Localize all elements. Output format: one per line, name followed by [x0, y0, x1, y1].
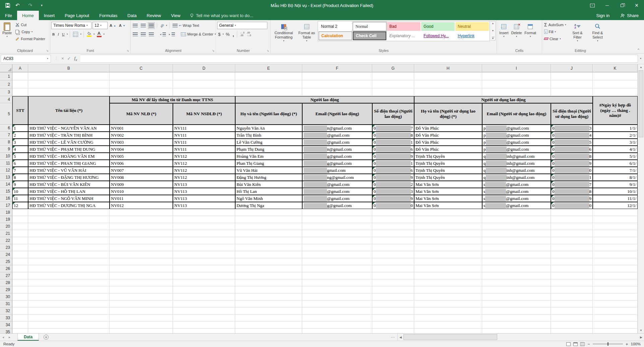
- ribbon-display-options-icon[interactable]: ^: [585, 0, 600, 11]
- row-header-8[interactable]: 8: [0, 139, 12, 146]
- increase-indent-icon[interactable]: ▸: [168, 31, 176, 38]
- cell-D15[interactable]: NV113: [173, 188, 235, 195]
- cell-H7[interactable]: Đỗ Văn Phúc: [414, 132, 482, 139]
- cell-J9[interactable]: 06: [551, 146, 593, 153]
- cell-B11[interactable]: HĐ THỬ VIỆC - PHAN THỊ GIANG: [28, 160, 110, 167]
- cell-H11[interactable]: Trịnh Thị Quyên: [414, 160, 482, 167]
- style-bad[interactable]: Bad: [387, 22, 421, 31]
- cell-B12[interactable]: HĐ THỬ VIỆC - VŨ VĂN HẢI: [28, 167, 110, 174]
- bottom-align-icon[interactable]: [148, 22, 155, 29]
- cell-D13[interactable]: NV112: [173, 174, 235, 181]
- italic-button[interactable]: I: [57, 31, 60, 38]
- restore-button[interactable]: [615, 0, 629, 11]
- tab-view[interactable]: View: [166, 11, 185, 20]
- cell-I9[interactable]: p@gmail.com: [482, 146, 551, 153]
- cell-K16[interactable]: 11/1/: [593, 195, 638, 202]
- cell-K17[interactable]: 12/1/: [593, 202, 638, 209]
- cell-I17[interactable]: s@gmail.com: [482, 202, 551, 209]
- zoom-slider[interactable]: [593, 344, 623, 344]
- cell-K11[interactable]: 6/1/: [593, 160, 638, 167]
- row-header-30[interactable]: 30: [0, 293, 12, 300]
- close-button[interactable]: ×: [629, 0, 644, 11]
- font-size-select[interactable]: 12▾: [92, 22, 108, 29]
- table-header-h[interactable]: Họ và tên (Người sử dụng lao động) (*): [414, 103, 482, 125]
- minimize-button[interactable]: [600, 0, 615, 11]
- cell-K9[interactable]: 4/1/: [593, 146, 638, 153]
- horizontal-scrollbar[interactable]: ◀ ▶: [397, 334, 644, 341]
- cell-H13[interactable]: Trịnh Thị Quyên: [414, 174, 482, 181]
- bold-button[interactable]: B: [51, 31, 56, 38]
- cell-G17[interactable]: 00: [372, 202, 414, 209]
- table-group-header-nguoi-lao-dong[interactable]: Người lao động: [235, 96, 414, 103]
- cell-A8[interactable]: 3: [12, 139, 28, 146]
- sheet-tab-data[interactable]: Data: [17, 334, 39, 341]
- cell-K8[interactable]: 3/1/: [593, 139, 638, 146]
- top-align-icon[interactable]: [132, 22, 139, 29]
- gallery-more-icon[interactable]: ▼: [492, 37, 494, 40]
- wrap-text-button[interactable]: ↩Wrap Text: [172, 22, 200, 29]
- cell-C9[interactable]: NV004: [110, 146, 173, 153]
- row-header-2[interactable]: 2: [0, 80, 12, 88]
- cell-J14[interactable]: 07: [551, 181, 593, 188]
- row-header-21[interactable]: 21: [0, 230, 12, 237]
- cell-B16[interactable]: HĐ THỬ VIỆC - NGÔ VĂN MINH: [28, 195, 110, 202]
- column-header-H[interactable]: H: [414, 64, 482, 72]
- alignment-dialog-launcher-icon[interactable]: ↘: [212, 49, 214, 52]
- cell-E11[interactable]: Phan Thị Giang: [235, 160, 302, 167]
- cell-E17[interactable]: Dương Thị Nga: [235, 202, 302, 209]
- column-header-A[interactable]: A: [12, 64, 28, 72]
- cell-F12[interactable]: gmail.com: [302, 167, 372, 174]
- zoom-level[interactable]: 100%: [631, 342, 641, 346]
- cell-H14[interactable]: Mai Văn Sơn: [414, 181, 482, 188]
- cell-G10[interactable]: 09: [372, 153, 414, 160]
- cell-F8[interactable]: @gmail.com: [302, 139, 372, 146]
- fill-button[interactable]: ↓Fill▾: [543, 28, 567, 35]
- style-check[interactable]: Check Cell: [353, 31, 386, 40]
- cell-D16[interactable]: NV113: [173, 195, 235, 202]
- font-color-icon[interactable]: A: [96, 31, 103, 38]
- cell-F13[interactable]: ng@gmail.com: [302, 174, 372, 181]
- cell-G13[interactable]: 09: [372, 174, 414, 181]
- cell-F10[interactable]: g@gmail.com: [302, 153, 372, 160]
- shrink-font-icon[interactable]: A▼: [118, 22, 126, 29]
- autosum-button[interactable]: ΣAutoSum▾: [543, 21, 567, 28]
- cell-B7[interactable]: HĐ THỬ VIỆC - TRẦN THỊ BÌNH: [28, 132, 110, 139]
- row-header-18[interactable]: 18: [0, 209, 12, 216]
- cell-E7[interactable]: Trần Thị Bình: [235, 132, 302, 139]
- cell-J15[interactable]: 08: [551, 188, 593, 195]
- tab-review[interactable]: Review: [142, 11, 166, 20]
- clipboard-dialog-launcher-icon[interactable]: ↘: [46, 49, 49, 52]
- cell-E13[interactable]: Đặng Thị Hương: [235, 174, 302, 181]
- paste-button[interactable]: Paste▾: [1, 21, 13, 42]
- cell-C6[interactable]: NV001: [110, 125, 173, 132]
- find-select-button[interactable]: Find & Select▾: [588, 21, 607, 43]
- cell-H12[interactable]: Trịnh Thị Quyên: [414, 167, 482, 174]
- row-header-19[interactable]: 19: [0, 216, 12, 223]
- cell-G12[interactable]: 06: [372, 167, 414, 174]
- cell-C14[interactable]: NV009: [110, 181, 173, 188]
- cell-F16[interactable]: @gmail.com: [302, 195, 372, 202]
- format-cells-button[interactable]: Format▾: [523, 21, 537, 38]
- cell-B6[interactable]: HĐ THỬ VIỆC - NGUYỄN VĂN AN: [28, 125, 110, 132]
- style-explanatory[interactable]: Explanatory ...: [387, 31, 421, 40]
- cell-B13[interactable]: HĐ THỬ VIỆC - ĐẶNG THỊ HƯƠNG: [28, 174, 110, 181]
- format-painter-button[interactable]: Format Painter: [14, 35, 46, 42]
- cancel-icon[interactable]: ×: [61, 56, 64, 61]
- cell-I13[interactable]: qinh@gmail.com: [482, 174, 551, 181]
- column-header-J[interactable]: J: [551, 64, 593, 72]
- column-header-G[interactable]: G: [372, 64, 414, 72]
- borders-icon[interactable]: [72, 31, 79, 38]
- cell-C12[interactable]: NV007: [110, 167, 173, 174]
- cell-E16[interactable]: Ngô Văn Minh: [235, 195, 302, 202]
- vertical-scrollbar[interactable]: ▲ ▼: [638, 64, 644, 333]
- cell-J17[interactable]: 00: [551, 202, 593, 209]
- row-header-15[interactable]: 15: [0, 188, 12, 195]
- cell-E6[interactable]: Nguyễn Văn An: [235, 125, 302, 132]
- sheet-nav-right-icon[interactable]: ▸: [6, 335, 13, 339]
- tell-me-box[interactable]: Tell me what you want to do...: [185, 11, 258, 20]
- cell-C17[interactable]: NV012: [110, 202, 173, 209]
- table-header-c[interactable]: Mã NV NLĐ (*): [110, 103, 173, 125]
- orientation-icon[interactable]: ab: [159, 22, 165, 29]
- cell-F14[interactable]: @gmail.com: [302, 181, 372, 188]
- cell-K15[interactable]: 10/1/: [593, 188, 638, 195]
